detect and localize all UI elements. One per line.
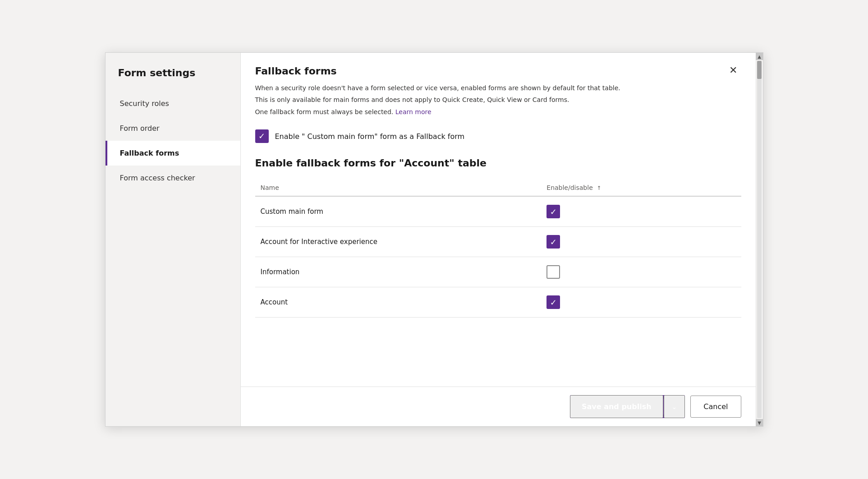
description-line2: This is only available for main forms an… <box>255 95 741 105</box>
row-check-icon-1: ✓ <box>550 237 557 247</box>
description-line3: One fallback form must always be selecte… <box>255 107 741 117</box>
page-title: Fallback forms <box>255 65 337 77</box>
form-name-cell: Account for Interactive experience <box>255 227 547 257</box>
sidebar-item-form-access-checker[interactable]: Form access checker <box>106 166 240 190</box>
sidebar-nav: Security roles Form order Fallback forms… <box>106 91 240 190</box>
enable-cell: ✓ <box>547 227 741 257</box>
modal-container: Form settings Security roles Form order … <box>105 52 763 427</box>
scroll-down-button[interactable]: ▼ <box>756 419 763 426</box>
row-checkbox-0[interactable]: ✓ <box>547 205 560 218</box>
scrollbar: ▲ ▼ <box>756 53 763 426</box>
form-name-cell: Custom main form <box>255 196 547 227</box>
form-name-cell: Information <box>255 257 547 287</box>
sidebar-item-label-fallback-forms: Fallback forms <box>120 149 179 157</box>
fallback-checkbox-section: ✓ Enable " Custom main form" form as a F… <box>255 129 741 143</box>
col-header-enable: Enable/disable ↑ <box>547 180 741 196</box>
row-check-icon-0: ✓ <box>550 207 557 216</box>
sidebar: Form settings Security roles Form order … <box>106 53 241 426</box>
description-line1: When a security role doesn't have a form… <box>255 83 741 93</box>
sidebar-item-fallback-forms[interactable]: Fallback forms <box>106 141 240 166</box>
table-row: Account ✓ <box>255 287 741 318</box>
form-name-cell: Account <box>255 287 547 318</box>
table-row: Account for Interactive experience ✓ <box>255 227 741 257</box>
learn-more-link[interactable]: Learn more <box>395 108 432 115</box>
scroll-up-button[interactable]: ▲ <box>756 53 763 60</box>
enable-cell: ✓ <box>547 257 741 287</box>
modal-footer: Save and publish ⌄ Cancel <box>241 387 756 426</box>
fallback-form-checkbox[interactable]: ✓ <box>255 129 269 143</box>
scrollbar-track[interactable] <box>757 61 762 418</box>
main-content: Fallback forms ✕ When a security role do… <box>241 53 756 426</box>
table-header-row: Name Enable/disable ↑ <box>255 180 741 196</box>
enable-cell: ✓ <box>547 196 741 227</box>
row-checkbox-3[interactable]: ✓ <box>547 295 560 309</box>
content-body: When a security role doesn't have a form… <box>241 83 756 387</box>
scrollbar-thumb[interactable] <box>757 61 762 79</box>
chevron-down-icon: ⌄ <box>672 403 677 410</box>
row-checkbox-1[interactable]: ✓ <box>547 235 560 249</box>
fallback-checkbox-label: Enable " Custom main form" form as a Fal… <box>275 132 465 141</box>
content-header: Fallback forms ✕ <box>241 53 756 83</box>
fallback-forms-table: Name Enable/disable ↑ Custom main form ✓ <box>255 180 741 318</box>
sidebar-item-form-order[interactable]: Form order <box>106 116 240 141</box>
sidebar-title: Form settings <box>106 53 240 91</box>
cancel-button[interactable]: Cancel <box>690 396 741 418</box>
sidebar-item-label-form-order: Form order <box>120 124 160 133</box>
sidebar-item-security-roles[interactable]: Security roles <box>106 91 240 116</box>
sort-icon[interactable]: ↑ <box>597 185 601 191</box>
title-area: Fallback forms <box>255 65 337 83</box>
close-button[interactable]: ✕ <box>726 64 741 77</box>
section-heading: Enable fallback forms for "Account" tabl… <box>255 157 741 169</box>
enable-cell: ✓ <box>547 287 741 318</box>
save-publish-button[interactable]: Save and publish <box>570 395 663 418</box>
sidebar-item-label-security-roles: Security roles <box>120 99 169 108</box>
check-icon: ✓ <box>258 132 265 140</box>
save-publish-dropdown[interactable]: ⌄ <box>664 395 685 418</box>
table-row: Custom main form ✓ <box>255 196 741 227</box>
row-checkbox-2[interactable]: ✓ <box>547 265 560 279</box>
col-header-name: Name <box>255 180 547 196</box>
table-row: Information ✓ <box>255 257 741 287</box>
sidebar-item-label-form-access-checker: Form access checker <box>120 174 195 182</box>
save-publish-button-group: Save and publish ⌄ <box>570 395 685 418</box>
row-check-icon-3: ✓ <box>550 298 557 307</box>
